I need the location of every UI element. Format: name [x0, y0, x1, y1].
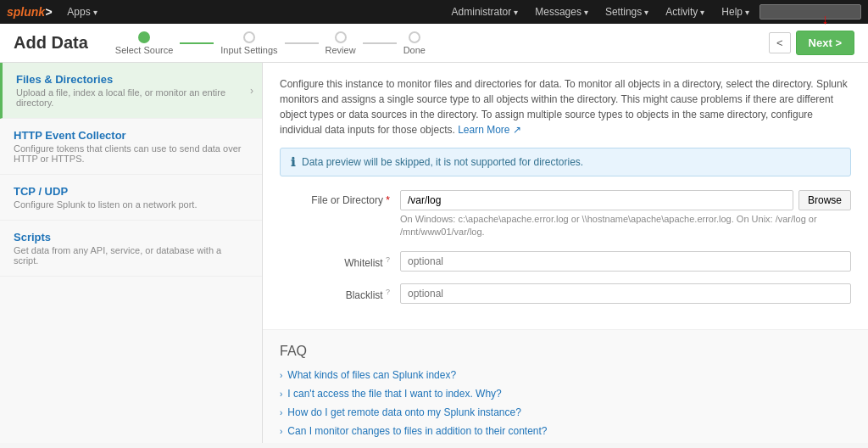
step-dot-input-settings [243, 31, 255, 43]
faq-text-1: I can't access the file that I want to i… [287, 388, 501, 400]
sidebar-item-scripts-title: Scripts [14, 231, 248, 244]
file-directory-input-group: Browse On Windows: c:\apache\apache.erro… [400, 190, 851, 239]
splunk-logo: splunk> [7, 5, 52, 19]
step-dot-review [335, 31, 347, 43]
blacklist-input-group [400, 283, 851, 304]
nav-right: Administrator ▾ Messages ▾ Settings ▾ Ac… [445, 4, 861, 20]
page-title: Add Data [14, 33, 88, 53]
step-select-source: Select Source [115, 31, 173, 55]
step-connector-3 [363, 42, 397, 44]
faq-item-0[interactable]: › What kinds of files can Splunk index? [280, 369, 851, 381]
step-label-input-settings: Input Settings [220, 45, 277, 55]
learn-more-link[interactable]: Learn More ↗ [458, 124, 521, 136]
settings-chevron-icon: ▾ [644, 8, 648, 17]
required-asterisk: * [386, 194, 390, 206]
sidebar-item-tcp-title: TCP / UDP [14, 185, 248, 198]
faq-chevron-2-icon: › [280, 408, 282, 417]
prev-button[interactable]: < [769, 32, 791, 53]
sidebar-item-files-title: Files & Directories [16, 73, 248, 86]
main-content: Configure this instance to monitor files… [263, 63, 868, 443]
info-message: Data preview will be skipped, it is not … [302, 156, 583, 168]
info-box: ℹ Data preview will be skipped, it is no… [280, 148, 851, 176]
step-label-review: Review [326, 45, 356, 55]
sidebar-files-chevron-icon: › [250, 85, 253, 97]
step-label-select-source: Select Source [115, 45, 173, 55]
file-directory-input[interactable] [400, 190, 793, 210]
sidebar-item-files-desc: Upload a file, index a local file, or mo… [16, 87, 248, 108]
step-input-settings: Input Settings [220, 31, 277, 55]
file-directory-hint: On Windows: c:\apache\apache.error.log o… [400, 213, 851, 239]
faq-text-3: Can I monitor changes to files in additi… [287, 425, 547, 437]
sidebar-item-scripts-desc: Get data from any API, service, or datab… [14, 245, 248, 266]
left-sidebar: Files & Directories Upload a file, index… [0, 63, 263, 443]
faq-title: FAQ [280, 344, 851, 359]
step-dot-select-source [138, 31, 150, 43]
sidebar-item-files-directories[interactable]: Files & Directories Upload a file, index… [0, 63, 262, 119]
faq-section: FAQ › What kinds of files can Splunk ind… [263, 329, 868, 443]
nav-help[interactable]: Help ▾ [715, 4, 756, 20]
step-done: Done [403, 31, 426, 55]
step-label-done: Done [403, 45, 426, 55]
main-layout: Files & Directories Upload a file, index… [0, 63, 868, 443]
faq-text-2: How do I get remote data onto my Splunk … [287, 406, 521, 418]
sidebar-item-http-desc: Configure tokens that clients can use to… [14, 143, 248, 164]
admin-chevron-icon: ▾ [514, 8, 518, 17]
next-button[interactable]: Next > [796, 31, 854, 55]
info-icon: ℹ [291, 155, 295, 169]
blacklist-input[interactable] [400, 283, 851, 304]
nav-messages[interactable]: Messages ▾ [528, 4, 595, 20]
whitelist-superscript: ? [386, 255, 390, 264]
nav-administrator[interactable]: Administrator ▾ [445, 4, 526, 20]
sidebar-item-tcp-udp[interactable]: TCP / UDP Configure Splunk to listen on … [0, 175, 262, 221]
whitelist-row: Whitelist ? [280, 251, 851, 272]
faq-chevron-1-icon: › [280, 389, 282, 399]
messages-chevron-icon: ▾ [584, 8, 588, 17]
nav-activity[interactable]: Activity ▾ [659, 4, 711, 20]
faq-item-3[interactable]: › Can I monitor changes to files in addi… [280, 425, 851, 437]
whitelist-input-group [400, 251, 851, 272]
whitelist-input[interactable] [400, 251, 851, 272]
faq-chevron-0-icon: › [280, 371, 282, 380]
faq-text-0: What kinds of files can Splunk index? [287, 369, 456, 381]
next-button-wrapper: ↓ Next > [796, 31, 854, 55]
blacklist-row: Blacklist ? [280, 283, 851, 304]
nav-apps[interactable]: Apps ▾ [60, 4, 103, 20]
sidebar-item-tcp-desc: Configure Splunk to listen on a network … [14, 199, 248, 210]
faq-item-1[interactable]: › I can't access the file that I want to… [280, 388, 851, 400]
wizard-navigation: < ↓ Next > [769, 31, 854, 55]
blacklist-superscript: ? [386, 288, 390, 296]
nav-search-input[interactable] [760, 4, 861, 20]
sidebar-item-scripts[interactable]: Scripts Get data from any API, service, … [0, 221, 262, 277]
faq-item-2[interactable]: › How do I get remote data onto my Splun… [280, 406, 851, 418]
step-dot-done [409, 31, 420, 43]
apps-chevron-icon: ▾ [93, 8, 97, 17]
step-review: Review [326, 31, 356, 55]
activity-chevron-icon: ▾ [700, 8, 704, 17]
sub-header: Add Data Select Source Input Settings Re… [0, 24, 868, 63]
arrow-indicator: ↓ [821, 12, 828, 27]
file-directory-row: File or Directory * Browse On Windows: c… [280, 190, 851, 239]
nav-settings[interactable]: Settings ▾ [598, 4, 655, 20]
whitelist-label: Whitelist ? [280, 251, 390, 269]
browse-button[interactable]: Browse [798, 190, 851, 210]
top-navigation: splunk> Apps ▾ Administrator ▾ Messages … [0, 0, 868, 24]
sidebar-item-http-title: HTTP Event Collector [14, 129, 248, 142]
content-body: Configure this instance to monitor files… [263, 63, 868, 329]
faq-chevron-3-icon: › [280, 427, 282, 436]
sidebar-item-http-event[interactable]: HTTP Event Collector Configure tokens th… [0, 119, 262, 175]
blacklist-label: Blacklist ? [280, 283, 390, 301]
help-chevron-icon: ▾ [745, 8, 749, 17]
step-connector-2 [285, 42, 319, 44]
step-connector-1 [180, 42, 214, 44]
file-directory-input-wrapper: Browse [400, 190, 851, 210]
wizard-steps: Select Source Input Settings Review Done [115, 31, 755, 55]
description-text: Configure this instance to monitor files… [280, 76, 851, 137]
file-directory-label: File or Directory * [280, 190, 390, 206]
